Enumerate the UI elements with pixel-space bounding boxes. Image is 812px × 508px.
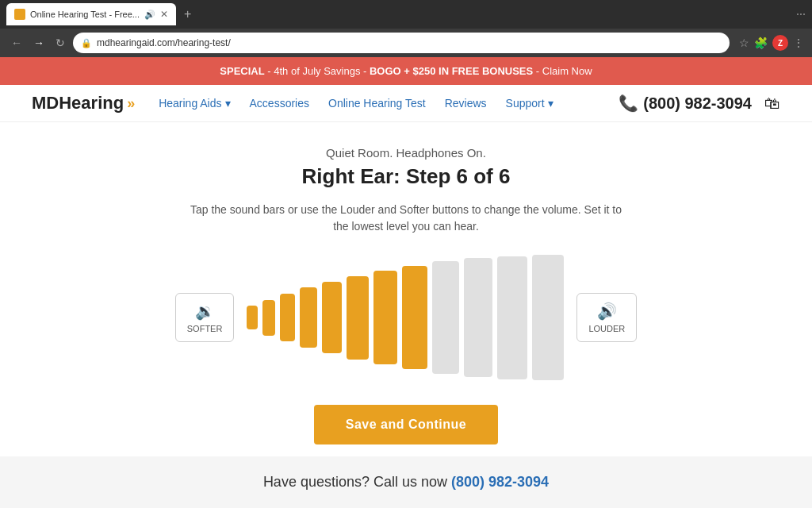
url-text: mdhearingaid.com/hearing-test/ — [97, 37, 231, 48]
volume-bar-6[interactable] — [347, 276, 369, 360]
promo-savings-text: - 4th of July Savings - — [267, 65, 370, 77]
volume-bar-8[interactable] — [402, 266, 427, 369]
site-header: MDHearing » Hearing Aids ▾ Accessories O… — [0, 85, 812, 122]
nav-reviews[interactable]: Reviews — [445, 97, 487, 110]
tab-title: Online Hearing Test - Free... — [30, 10, 140, 19]
volume-bar-9[interactable] — [432, 261, 459, 374]
nav-support-label: Support — [506, 97, 545, 110]
save-continue-button[interactable]: Save and Continue — [314, 405, 499, 444]
user-avatar: Z — [772, 35, 788, 51]
nav-hearing-aids[interactable]: Hearing Aids ▾ — [159, 97, 230, 110]
window-minimize[interactable]: ⋯ — [796, 9, 806, 20]
header-right: 📞 (800) 982-3094 🛍 — [619, 94, 780, 113]
logo-text: MDHearing — [32, 93, 124, 114]
reload-button[interactable]: ↻ — [52, 33, 68, 52]
volume-bar-3[interactable] — [280, 294, 295, 341]
promo-special: SPECIAL — [220, 65, 264, 77]
cart-icon[interactable]: 🛍 — [764, 94, 780, 113]
volume-bar-10[interactable] — [464, 258, 492, 377]
forward-button[interactable]: → — [30, 33, 48, 52]
footer-text: Have questions? Call us now — [263, 474, 451, 490]
volume-bar-5[interactable] — [322, 282, 342, 353]
hearing-aids-dropdown-icon: ▾ — [225, 97, 231, 110]
promo-offer: BOGO + $250 IN FREE BONUSES — [370, 65, 533, 77]
nav-reviews-label: Reviews — [445, 97, 487, 110]
logo-chevrons: » — [127, 95, 135, 112]
bookmark-button[interactable]: ☆ — [739, 37, 749, 49]
louder-icon: 🔊 — [597, 302, 617, 321]
nav-online-hearing-test-label: Online Hearing Test — [328, 97, 426, 110]
tab-mute-icon[interactable]: 🔊 — [144, 10, 155, 20]
nav-accessories[interactable]: Accessories — [250, 97, 309, 110]
browser-actions: ☆ 🧩 Z ⋮ — [739, 35, 804, 51]
new-tab-button[interactable]: + — [179, 7, 196, 21]
lock-icon: 🔒 — [81, 38, 92, 48]
quiet-room-text: Quiet Room. Headphones On. — [16, 146, 796, 160]
nav-accessories-label: Accessories — [250, 97, 309, 110]
volume-bar-2[interactable] — [262, 300, 275, 336]
louder-label: LOUDER — [588, 324, 625, 333]
volume-bar-11[interactable] — [497, 256, 527, 379]
softer-icon: 🔉 — [195, 302, 215, 321]
site-logo[interactable]: MDHearing » — [32, 93, 135, 114]
back-button[interactable]: ← — [8, 33, 25, 52]
extensions-button[interactable]: 🧩 — [754, 37, 768, 49]
volume-bar-4[interactable] — [300, 287, 317, 348]
main-content: Quiet Room. Headphones On. Right Ear: St… — [0, 122, 812, 460]
promo-banner[interactable]: SPECIAL - 4th of July Savings - BOGO + $… — [0, 57, 812, 85]
browser-tabs: Online Hearing Test - Free... 🔊 ✕ + — [6, 3, 196, 25]
active-tab[interactable]: Online Hearing Test - Free... 🔊 ✕ — [6, 3, 176, 25]
phone-icon: 📞 — [619, 94, 638, 113]
softer-label: SOFTER — [187, 324, 223, 333]
footer-phone[interactable]: (800) 982-3094 — [451, 474, 549, 490]
footer-bar: Have questions? Call us now (800) 982-30… — [0, 456, 812, 508]
profile-button[interactable]: Z — [772, 35, 788, 51]
main-nav: Hearing Aids ▾ Accessories Online Hearin… — [159, 97, 619, 110]
volume-bar-1[interactable] — [247, 306, 258, 329]
volume-bar-12[interactable] — [532, 255, 564, 380]
volume-bars — [247, 254, 564, 381]
step-title: Right Ear: Step 6 of 6 — [16, 164, 796, 189]
menu-button[interactable]: ⋮ — [793, 37, 804, 49]
address-bar[interactable]: 🔒 mdhearingaid.com/hearing-test/ — [73, 33, 730, 53]
browser-chrome: Online Hearing Test - Free... 🔊 ✕ + ⋯ — [0, 0, 812, 29]
nav-hearing-aids-label: Hearing Aids — [159, 97, 221, 110]
tab-close-icon[interactable]: ✕ — [160, 9, 168, 20]
phone-text: (800) 982-3094 — [643, 94, 752, 113]
support-dropdown-icon: ▾ — [548, 97, 553, 110]
volume-bar-7[interactable] — [373, 271, 397, 364]
volume-container: 🔉 SOFTER 🔊 LOUDER — [16, 254, 796, 381]
tab-favicon — [14, 9, 25, 20]
softer-button[interactable]: 🔉 SOFTER — [175, 293, 235, 342]
browser-nav: ← → ↻ 🔒 mdhearingaid.com/hearing-test/ ☆… — [0, 29, 812, 57]
nav-online-hearing-test[interactable]: Online Hearing Test — [328, 97, 426, 110]
nav-support[interactable]: Support ▾ — [506, 97, 553, 110]
promo-cta: - Claim Now — [536, 65, 592, 77]
louder-button[interactable]: 🔊 LOUDER — [576, 293, 637, 342]
phone-number: 📞 (800) 982-3094 — [619, 94, 752, 113]
instruction-text: Tap the sound bars or use the Louder and… — [184, 202, 628, 235]
